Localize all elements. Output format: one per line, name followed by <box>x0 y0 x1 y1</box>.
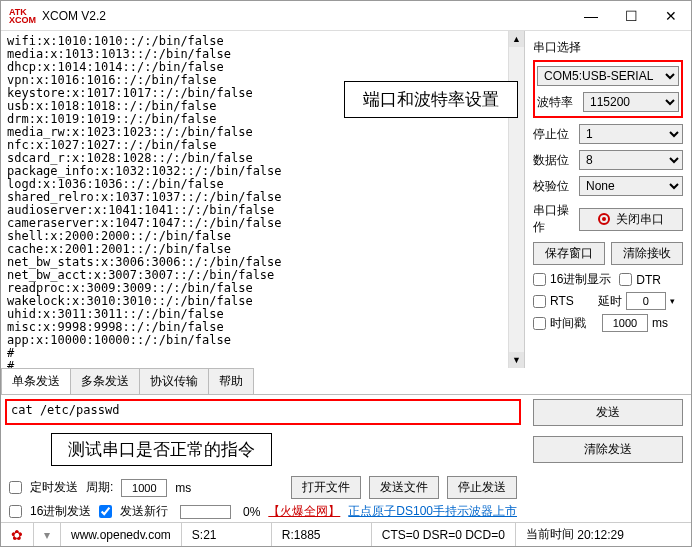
serial-settings-panel: 串口选择 COM5:USB-SERIAL 波特率115200 停止位1 数据位8… <box>525 31 691 368</box>
hex-send-checkbox[interactable] <box>9 505 22 518</box>
status-bar: ✿ ▾ www.openedv.com S:21 R:1885 CTS=0 DS… <box>1 522 691 546</box>
send-tabs: 单条发送 多条发送 协议传输 帮助 <box>1 368 691 395</box>
minimize-button[interactable]: — <box>571 2 611 30</box>
scroll-up-icon[interactable]: ▲ <box>509 31 524 47</box>
port-status-icon <box>598 213 610 225</box>
stopbit-select[interactable]: 1 <box>579 124 683 144</box>
save-window-button[interactable]: 保存窗口 <box>533 242 605 265</box>
send-newline-checkbox[interactable] <box>99 505 112 518</box>
stop-send-button[interactable]: 停止发送 <box>447 476 517 499</box>
stopbit-label: 停止位 <box>533 126 573 143</box>
hex-display-checkbox[interactable] <box>533 273 546 286</box>
parity-select[interactable]: None <box>579 176 683 196</box>
clear-recv-button[interactable]: 清除接收 <box>611 242 683 265</box>
annotation-port-baud: 端口和波特率设置 <box>344 81 518 118</box>
send-button[interactable]: 发送 <box>533 399 683 426</box>
port-select[interactable]: COM5:USB-SERIAL <box>537 66 679 86</box>
tab-help[interactable]: 帮助 <box>208 368 254 394</box>
port-baud-box: COM5:USB-SERIAL 波特率115200 <box>533 60 683 118</box>
progress-bar <box>180 505 231 519</box>
rts-checkbox[interactable] <box>533 295 546 308</box>
databit-select[interactable]: 8 <box>579 150 683 170</box>
send-file-button[interactable]: 发送文件 <box>369 476 439 499</box>
baud-label: 波特率 <box>537 94 577 111</box>
tab-single-send[interactable]: 单条发送 <box>1 368 71 394</box>
close-button[interactable]: ✕ <box>651 2 691 30</box>
close-port-button[interactable]: 关闭串口 <box>579 208 683 231</box>
send-input[interactable]: cat /etc/passwd <box>5 399 521 425</box>
settings-icon[interactable]: ✿ <box>1 523 34 546</box>
status-sent: S:21 <box>182 523 272 546</box>
progress-percent: 0% <box>243 505 260 519</box>
op-label: 串口操作 <box>533 202 573 236</box>
promo-link-1[interactable]: 【火爆全网】 <box>268 503 340 520</box>
tab-multi-send[interactable]: 多条发送 <box>70 368 140 394</box>
dtr-checkbox[interactable] <box>619 273 632 286</box>
titlebar: ATKXCOM XCOM V2.2 — ☐ ✕ <box>1 1 691 31</box>
tab-protocol[interactable]: 协议传输 <box>139 368 209 394</box>
period-input[interactable] <box>121 479 167 497</box>
app-logo: ATKXCOM <box>9 8 36 24</box>
maximize-button[interactable]: ☐ <box>611 2 651 30</box>
scroll-down-icon[interactable]: ▼ <box>509 352 524 368</box>
delay-input[interactable] <box>626 292 666 310</box>
promo-link-2[interactable]: 正点原子DS100手持示波器上市 <box>348 503 517 520</box>
open-file-button[interactable]: 打开文件 <box>291 476 361 499</box>
databit-label: 数据位 <box>533 152 573 169</box>
timestamp-checkbox[interactable] <box>533 317 546 330</box>
annotation-test-cmd: 测试串口是否正常的指令 <box>51 433 272 466</box>
timestamp-input[interactable] <box>602 314 648 332</box>
parity-label: 校验位 <box>533 178 573 195</box>
status-recv: R:1885 <box>272 523 372 546</box>
group-title: 串口选择 <box>533 37 683 56</box>
clear-send-button[interactable]: 清除发送 <box>533 436 683 463</box>
window-title: XCOM V2.2 <box>42 9 571 23</box>
site-link[interactable]: www.openedv.com <box>61 523 182 546</box>
status-lines: CTS=0 DSR=0 DCD=0 <box>372 523 516 546</box>
status-time: 20:12:29 <box>577 528 624 542</box>
timed-send-checkbox[interactable] <box>9 481 22 494</box>
baud-select[interactable]: 115200 <box>583 92 679 112</box>
